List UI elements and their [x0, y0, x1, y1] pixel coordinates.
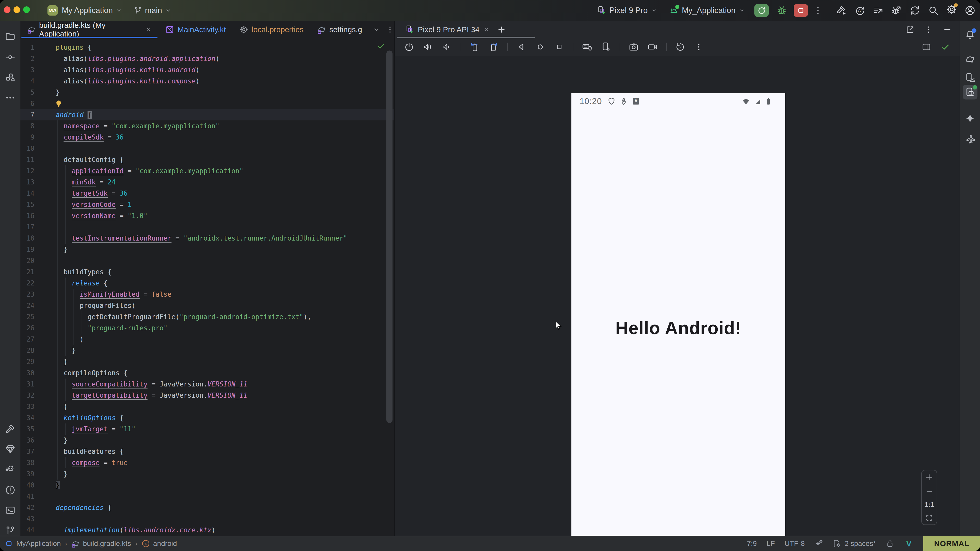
gradle-sync-button[interactable]: [910, 5, 920, 16]
code-line-35[interactable]: 35 jvmTarget = "11": [21, 424, 394, 435]
tab-settings-gradle[interactable]: settings.g: [310, 21, 369, 38]
code-line-42[interactable]: 42dependencies {: [21, 502, 394, 513]
caret-position-widget[interactable]: 7:9: [747, 540, 757, 548]
device-manager-tool-button[interactable]: [965, 73, 975, 83]
rotate-left-button[interactable]: [469, 42, 480, 52]
code-line-39[interactable]: 39 }: [21, 468, 394, 480]
code-line-3[interactable]: 3 alias(libs.plugins.kotlin.android): [21, 64, 394, 76]
tab-local-properties[interactable]: local.properties: [232, 21, 310, 38]
project-switcher[interactable]: My Application: [62, 6, 123, 15]
running-devices-tool-button[interactable]: [963, 85, 977, 100]
app-insights-plane-tool-button[interactable]: [965, 134, 975, 144]
intention-bulb-icon[interactable]: [54, 99, 63, 108]
layout-split-button[interactable]: [921, 42, 932, 52]
code-line-14[interactable]: 14 targetSdk = 36: [21, 188, 394, 199]
device-screen[interactable]: 10:20 A Hello Android!: [571, 94, 785, 551]
resource-manager-tool-button[interactable]: [5, 72, 16, 83]
breadcrumb-block[interactable]: λ android: [142, 539, 177, 548]
code-line-15[interactable]: 15 versionCode = 1: [21, 199, 394, 210]
screenshot-button[interactable]: [628, 42, 639, 52]
window-close-button[interactable]: [4, 6, 11, 13]
tab-list-chevron-button[interactable]: [372, 25, 380, 34]
notifications-button[interactable]: [965, 29, 975, 40]
code-line-1[interactable]: 1plugins {: [21, 42, 394, 53]
sync-with-gradle-button[interactable]: [854, 5, 865, 16]
android-overview-button[interactable]: [554, 42, 564, 52]
code-line-34[interactable]: 34 kotlinOptions {: [21, 412, 394, 424]
open-in-window-button[interactable]: [905, 25, 915, 34]
zoom-fit-button[interactable]: [925, 513, 934, 522]
code-line-43[interactable]: 43: [21, 513, 394, 524]
code-line-41[interactable]: 41: [21, 491, 394, 502]
screen-record-button[interactable]: [648, 42, 658, 52]
code-line-2[interactable]: 2 alias(libs.plugins.android.application…: [21, 53, 394, 64]
tab-build-gradle[interactable]: build.gradle.kts (My Application): [21, 21, 159, 38]
device-settings-button[interactable]: [601, 42, 611, 52]
problems-tool-button[interactable]: [5, 485, 16, 495]
rotate-right-button[interactable]: [488, 42, 499, 52]
zoom-in-button[interactable]: [924, 473, 934, 482]
android-home-button[interactable]: [535, 42, 546, 52]
code-line-18[interactable]: 18 testInstrumentationRunner = "androidx…: [21, 233, 394, 244]
code-line-5[interactable]: 5}: [21, 87, 394, 98]
reset-button[interactable]: [675, 42, 686, 52]
version-control-tool-button[interactable]: [5, 526, 16, 536]
code-line-40[interactable]: 40}: [21, 480, 394, 491]
code-line-23[interactable]: 23 isMinifyEnabled = false: [21, 289, 394, 300]
android-back-button[interactable]: [516, 42, 527, 52]
inspections-ok-icon[interactable]: [377, 42, 385, 51]
search-everywhere-button[interactable]: [928, 5, 939, 16]
device-selector[interactable]: Pixel 9 Pro: [597, 6, 657, 15]
settings-button[interactable]: [946, 4, 957, 17]
run-configuration-selector[interactable]: My_Application: [669, 5, 745, 16]
code-line-19[interactable]: 19 }: [21, 244, 394, 255]
window-minimize-button[interactable]: [14, 6, 20, 13]
ui-check-icon[interactable]: [940, 42, 950, 52]
tab-options-button[interactable]: [386, 25, 394, 34]
more-tool-windows-button[interactable]: [5, 92, 16, 103]
line-ending-widget[interactable]: LF: [767, 540, 775, 548]
more-run-actions-button[interactable]: [813, 6, 823, 15]
code-line-37[interactable]: 37 buildFeatures {: [21, 446, 394, 457]
stop-button[interactable]: [794, 4, 808, 17]
code-line-12[interactable]: 12 applicationId = "com.example.myapplic…: [21, 165, 394, 176]
code-line-6[interactable]: 6: [21, 98, 394, 109]
code-line-31[interactable]: 31 sourceCompatibility = JavaVersion.VER…: [21, 379, 394, 390]
code-line-22[interactable]: 22 release {: [21, 278, 394, 289]
close-icon[interactable]: [145, 26, 152, 33]
code-line-20[interactable]: 20: [21, 255, 394, 266]
close-icon[interactable]: [483, 26, 490, 33]
code-line-25[interactable]: 25 getDefaultProguardFile("proguard-andr…: [21, 311, 394, 322]
add-device-tab-button[interactable]: [497, 25, 506, 34]
volume-down-button[interactable]: [442, 42, 452, 52]
vcs-branch-widget[interactable]: main: [134, 6, 172, 15]
vim-mode-badge[interactable]: NORMAL: [923, 536, 980, 551]
rerun-button[interactable]: [754, 4, 769, 17]
code-line-10[interactable]: 10: [21, 143, 394, 154]
code-line-4[interactable]: 4 alias(libs.plugins.kotlin.compose): [21, 76, 394, 87]
code-line-9[interactable]: 9 compileSdk = 36: [21, 132, 394, 143]
code-line-21[interactable]: 21 buildTypes {: [21, 266, 394, 278]
breadcrumb-file[interactable]: build.gradle.kts: [71, 539, 131, 548]
debug-button[interactable]: [776, 5, 787, 16]
tab-mainactivity[interactable]: MainActivity.kt: [159, 21, 232, 38]
code-line-28[interactable]: 28 }: [21, 345, 394, 356]
device-tab[interactable]: Pixel 9 Pro API 34: [395, 25, 490, 34]
code-line-16[interactable]: 16 versionName = "1.0": [21, 210, 394, 221]
code-line-7[interactable]: 7android {: [21, 109, 394, 121]
code-line-30[interactable]: 30 compileOptions {: [21, 367, 394, 379]
lock-open-icon[interactable]: [886, 539, 894, 548]
project-tool-button[interactable]: [5, 31, 16, 42]
commit-tool-button[interactable]: [5, 52, 16, 62]
toolbar-more-button[interactable]: [694, 42, 703, 52]
build-button[interactable]: [836, 5, 847, 16]
gradle-tool-button[interactable]: [965, 54, 975, 65]
encoding-widget[interactable]: UTF-8: [784, 540, 805, 548]
hardware-input-button[interactable]: [582, 42, 592, 52]
code-line-8[interactable]: 8 namespace = "com.example.myapplication…: [21, 121, 394, 132]
terminal-tool-button[interactable]: [5, 505, 16, 516]
profiler-button[interactable]: [873, 5, 883, 16]
zoom-reset-button[interactable]: 1:1: [924, 501, 934, 509]
volume-up-button[interactable]: [423, 42, 433, 52]
window-zoom-button[interactable]: [23, 6, 30, 13]
